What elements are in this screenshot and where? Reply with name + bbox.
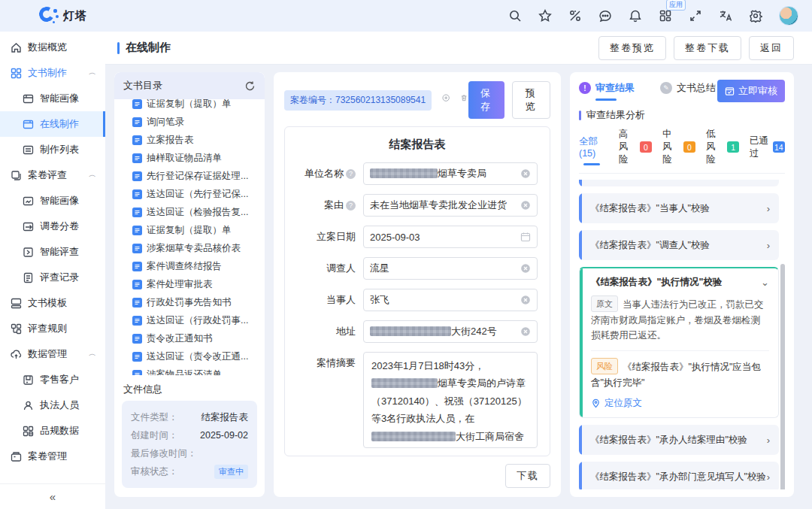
clear-icon[interactable] [520,326,531,337]
sidebar-group-case-review[interactable]: 案卷评查 ︿ [0,162,105,188]
brand-logo-icon [39,7,57,25]
sidebar-item-review-rules[interactable]: 评查规则 [0,316,105,341]
window-icon [23,119,34,130]
doc-item[interactable]: 证据复制（提取）单 [120,221,259,239]
form-card: 结案报告表 单位名称? 烟草专卖局 案由? 未在当地烟草专卖批发企业进货 [284,126,550,456]
doc-item[interactable]: 涉案物品返还清单 [120,365,259,375]
doc-item[interactable]: 送达回证（责令改正通... [120,347,259,365]
file-icon [132,99,142,109]
doc-item[interactable]: 涉案烟草专卖品核价表 [120,239,259,257]
calendar-icon[interactable] [520,232,531,242]
sidebar-collapse-button[interactable]: « [0,483,105,509]
doc-item[interactable]: 责令改正通知书 [120,329,259,347]
sidebar-group-doc-making[interactable]: 文书制作 ︿ [0,60,105,86]
clear-icon[interactable] [520,200,531,211]
investigator-input[interactable]: 流星 [363,257,538,280]
doc-item[interactable]: 行政处罚事先告知书 [120,293,259,311]
filter-passed[interactable]: 已通过14 [750,135,785,160]
doc-item[interactable]: 立案报告表 [120,131,259,149]
unit-name-input[interactable]: 烟草专卖局 [363,162,538,185]
audit-now-button[interactable]: 立即审核 [717,80,785,102]
sidebar-item-doc-templates[interactable]: 文书模板 [0,290,105,316]
message-icon[interactable] [598,9,612,23]
translate-icon[interactable] [719,9,732,23]
expanded-card-header[interactable]: 《结案报告表》"执行情况"校验 ⌄ [591,276,769,289]
chevron-up-icon: ︿ [89,171,96,179]
sidebar-item-case-management[interactable]: 案卷管理 [0,444,105,469]
preview-volume-button[interactable]: 整卷预览 [598,36,666,60]
sidebar-group-data-management[interactable]: 数据管理 ︿ [0,341,105,367]
rules-icon [11,323,22,335]
clear-icon[interactable] [520,263,531,274]
redacted-text [370,168,438,178]
sidebar-item-smart-portrait[interactable]: 智能画像 [0,86,105,111]
sidebar-item-making-list[interactable]: 制作列表 [0,137,105,162]
cause-input[interactable]: 未在当地烟草专卖批发企业进货 [363,194,538,217]
sidebar-item-volume-split[interactable]: 调卷分卷 [0,214,105,239]
filter-low-risk[interactable]: 低风险1 [706,128,739,166]
filter-high-risk[interactable]: 高风险0 [619,128,652,166]
person-icon [23,400,34,411]
add-icon[interactable] [442,94,450,106]
file-icon [132,171,142,181]
check-card-investigator[interactable]: 《结案报告表》"调查人"校验 › [579,230,779,260]
doc-item[interactable]: 案件处理审批表 [120,275,259,293]
apps-icon[interactable]: 应用 [659,9,672,23]
doc-item[interactable]: 送达回证（先行登记保... [120,185,259,203]
download-volume-button[interactable]: 整卷下载 [674,36,741,60]
refresh-icon[interactable] [244,80,256,92]
sidebar-item-online-making[interactable]: 在线制作 [0,111,105,137]
sidebar-item-product-data[interactable]: 品规数据 [0,418,105,444]
file-icon [132,153,142,163]
user-avatar[interactable] [779,6,798,26]
mid-risk-count: 0 [683,141,695,153]
sidebar-item-smart-review[interactable]: 智能评查 [0,239,105,265]
doc-item[interactable]: 询问笔录 [120,113,259,131]
doc-item[interactable]: 送达回证（行政处罚事... [120,311,259,329]
doc-item[interactable]: 送达回证（检验报告复... [120,203,259,221]
brand: 灯塔 [39,7,87,25]
check-card-party[interactable]: 《结案报告表》"当事人"校验 › [579,193,779,223]
sidebar: 数据概览 文书制作 ︿ 智能画像 在线制作 制作列表 案卷评查 ︿ 智能画像 [0,32,105,509]
scrollbar-thumb[interactable] [780,264,785,489]
party-input[interactable]: 张飞 [363,289,538,311]
check-card-dept-opinion[interactable]: 《结案报告表》"承办部门意见填写人"校验 › [579,462,779,489]
original-tag: 原文 [591,295,618,312]
clear-icon[interactable] [520,295,531,305]
sidebar-item-data-overview[interactable]: 数据概览 [0,35,105,60]
doc-item[interactable]: 案件调查终结报告 [120,257,259,275]
star-icon[interactable] [538,9,552,23]
check-card-execution-expanded: 《结案报告表》"执行情况"校验 ⌄ 原文当事人违法行为已改正，罚款已交济南市财政… [579,267,779,418]
sidebar-item-review-records[interactable]: 评查记录 [0,265,105,290]
rate-icon[interactable] [568,9,582,23]
tab-doc-summary[interactable]: ✎ 文书总结 [660,81,716,101]
filter-all[interactable]: 全部 (15) [579,135,608,159]
sidebar-item-smart-portrait-2[interactable]: 智能画像 [0,188,105,214]
trash-icon[interactable] [460,94,468,106]
sidebar-item-law-officers[interactable]: 执法人员 [0,392,105,418]
locate-original-link[interactable]: 定位原文 [591,397,769,410]
page-title: 在线制作 [117,41,171,55]
back-button[interactable]: 返回 [749,36,794,60]
sidebar-item-retail-customers[interactable]: 零售客户 [0,367,105,392]
search-icon[interactable] [508,9,522,23]
settings-icon[interactable] [749,9,762,23]
cause-label: 案由 [324,198,344,212]
tab-review-results[interactable]: ! 审查结果 [579,81,635,101]
filter-mid-risk[interactable]: 中风险0 [662,128,695,166]
fullscreen-icon[interactable] [689,9,702,23]
doc-item[interactable]: 证据复制（提取）单 [120,95,259,113]
clear-icon[interactable] [520,168,531,179]
check-card-close-reason[interactable]: 《结案报告表》"承办人结案理由"校验 › [579,425,779,455]
save-button[interactable]: 保存 [468,81,505,119]
case-summary-textarea[interactable]: 2023年1月7日18时43分，烟草专卖局的卢诗章（37120140）、祝强（3… [363,352,538,448]
doc-item[interactable]: 先行登记保存证据处理... [120,167,259,185]
preview-button[interactable]: 预览 [512,81,550,119]
bell-icon[interactable] [629,9,642,23]
partial-card[interactable] [579,180,779,186]
file-icon [132,316,142,326]
download-button[interactable]: 下载 [505,464,550,488]
address-input[interactable]: 大街242号 [363,320,538,343]
filing-date-input[interactable]: 2025-09-03 [363,226,538,248]
doc-item[interactable]: 抽样取证物品清单 [120,149,259,167]
